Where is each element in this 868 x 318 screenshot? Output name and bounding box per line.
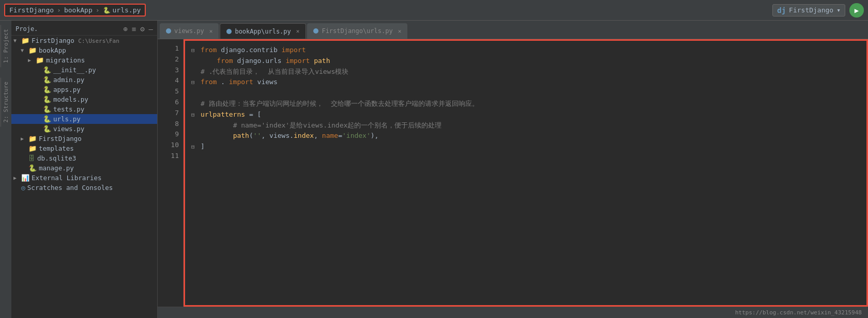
code-line-3: # .代表当前目录， 从当前目录导入views模块 — [191, 67, 860, 77]
py-file-icon: 🐍 — [43, 86, 51, 93]
tree-item-ext-libs[interactable]: ▶ 📊 External Libraries — [11, 173, 157, 183]
tree-label-firstdjango-sub: FirstDjango — [39, 135, 82, 142]
tab-close-firstdjango[interactable]: ✕ — [398, 28, 402, 35]
fold-marker[interactable]: ⊟ — [191, 142, 199, 152]
tree-label-migrations: migrations — [46, 56, 85, 64]
py-file-icon: 🐍 — [43, 76, 51, 84]
tab-label-views: views.py — [174, 27, 204, 35]
tree-item-templates[interactable]: 📁 templates — [11, 144, 157, 153]
scratch-icon: ◎ — [21, 184, 25, 192]
list-icon[interactable]: ≡ — [132, 25, 136, 33]
tree-label-db-sqlite: db.sqlite3 — [37, 154, 76, 162]
tabs-bar: views.py ✕ bookApp\urls.py ✕ FirstDjango… — [158, 21, 868, 39]
code-editor: 1 2 3 4 5 6 7 8 9 10 11 ⊟ from django.co… — [158, 39, 868, 307]
tab-views[interactable]: views.py ✕ — [160, 23, 219, 39]
tree-label-tests: tests.py — [53, 105, 84, 113]
sidebar-header-icons: ⊕ ≡ ⚙ — — [123, 25, 153, 33]
tab-label-firstdjango-urls: FirstDjango\urls.py — [322, 27, 392, 35]
tree-item-urls[interactable]: 🐍 urls.py — [11, 114, 157, 124]
status-url: https://blog.csdn.net/weixin_43215948 — [735, 309, 862, 316]
tree-item-models[interactable]: 🐍 models.py — [11, 94, 157, 104]
status-bar: https://blog.csdn.net/weixin_43215948 — [158, 307, 868, 318]
code-line-6: # 路由处理：当客户端访问网址的时候， 交给哪一个函数去处理客户端的请求并返回响… — [191, 99, 860, 109]
tab-close-views[interactable]: ✕ — [209, 28, 213, 35]
editor-area: views.py ✕ bookApp\urls.py ✕ FirstDjango… — [158, 21, 868, 318]
folder-icon: 📁 — [28, 46, 37, 54]
breadcrumb-file-icon: 🐍 — [103, 7, 111, 14]
breadcrumb-part-2: bookApp — [64, 6, 93, 14]
code-content[interactable]: ⊟ from django.contrib import from django… — [184, 39, 868, 307]
tree-label-bookapp: bookApp — [39, 46, 66, 54]
tab-bookapp-urls[interactable]: bookApp\urls.py ✕ — [220, 23, 306, 39]
tree-item-views[interactable]: 🐍 views.py — [11, 124, 157, 134]
code-line-2: from django.urls import path — [191, 56, 860, 67]
fold-marker[interactable]: ⊟ — [191, 46, 199, 55]
tree-item-firstdjango-sub[interactable]: ▶ 📁 FirstDjango — [11, 134, 157, 144]
tree-label-apps: apps.py — [53, 86, 81, 93]
minimize-icon[interactable]: — — [149, 25, 153, 33]
arrow-icon: ▼ — [21, 47, 27, 53]
breadcrumb-sep-2: › — [96, 6, 100, 14]
tab-close-bookapp[interactable]: ✕ — [296, 28, 300, 35]
breadcrumb-sep-1: › — [57, 6, 61, 14]
dj-logo: dj — [777, 6, 786, 14]
tree-label-templates: templates — [39, 145, 74, 152]
py-file-icon: 🐍 — [43, 66, 51, 74]
tree-item-bookapp[interactable]: ▼ 📁 bookApp — [11, 45, 157, 55]
tree-label-scratches: Scratches and Consoles — [27, 184, 113, 192]
arrow-icon: ▶ — [13, 175, 20, 181]
code-line-4: ⊟ from . import views — [191, 77, 860, 88]
code-line-10: ⊟ ] — [191, 141, 860, 152]
tree-item-tests[interactable]: 🐍 tests.py — [11, 104, 157, 114]
tab-firstdjango-urls[interactable]: FirstDjango\urls.py ✕ C:\Users\Fan\Deskt… — [307, 23, 407, 39]
py-file-icon: 🐍 — [28, 164, 37, 172]
tree-label-admin: admin.py — [53, 76, 84, 84]
tree-item-db-sqlite[interactable]: 🗄 db.sqlite3 — [11, 153, 157, 163]
code-line-7: ⊟ urlpatterns = [ — [191, 109, 860, 120]
sidebar-edge-tabs: 1: Project 2: Structure — [0, 21, 11, 318]
dropdown-arrow-icon: ▾ — [836, 6, 841, 14]
sidebar-header-left: Proje. — [16, 25, 38, 33]
fold-marker[interactable]: ⊟ — [191, 78, 199, 87]
tree-item-admin[interactable]: 🐍 admin.py — [11, 75, 157, 85]
tree-item-migrations[interactable]: ▶ 📁 migrations — [11, 55, 157, 65]
top-bar: FirstDjango › bookApp › 🐍 urls.py dj Fir… — [0, 0, 868, 21]
code-line-9: path('', views.index, name='index'), — [191, 131, 860, 141]
code-line-8: # name='index'是给views.index起的一个别名，便于后续的处… — [191, 120, 860, 131]
project-selector[interactable]: dj FirstDjango ▾ — [772, 4, 845, 17]
folder-closed-icon: 📁 — [36, 56, 44, 64]
tree-item-init[interactable]: 🐍 __init__.py — [11, 65, 157, 75]
tree-item-apps[interactable]: 🐍 apps.py — [11, 85, 157, 94]
tree-label-firstdjango-root: FirstDjango C:\Users\Fan — [32, 37, 119, 44]
py-dot-icon — [313, 28, 318, 34]
sidebar-tab-structure[interactable]: 2: Structure — [1, 77, 11, 126]
breadcrumb-part-1: FirstDjango — [9, 6, 54, 14]
add-icon[interactable]: ⊕ — [123, 25, 127, 33]
code-line-1: ⊟ from django.contrib import — [191, 45, 860, 56]
folder-open-icon: 📁 — [21, 37, 29, 44]
settings-icon[interactable]: ⚙ — [140, 25, 144, 33]
tree-item-manage[interactable]: 🐍 manage.py — [11, 163, 157, 173]
sidebar: 1: Project 2: Structure Proje. ⊕ ≡ ⚙ — ▼ — [0, 21, 158, 318]
tree-label-views: views.py — [53, 125, 84, 133]
sidebar-project-label: Proje. — [16, 25, 38, 33]
line-numbers: 1 2 3 4 5 6 7 8 9 10 11 — [158, 39, 184, 307]
folder-icon: 📁 — [28, 145, 37, 152]
top-right-controls: dj FirstDjango ▾ ▶ — [772, 3, 864, 18]
folder-closed-icon: 📁 — [28, 135, 37, 142]
sidebar-file-tree: Proje. ⊕ ≡ ⚙ — ▼ 📁 FirstDjango C:\Users\… — [11, 21, 157, 318]
arrow-icon: ▼ — [13, 38, 20, 43]
tree-item-firstdjango-root[interactable]: ▼ 📁 FirstDjango C:\Users\Fan — [11, 36, 157, 45]
db-file-icon: 🗄 — [28, 154, 35, 162]
tree-label-init: __init__.py — [53, 66, 96, 74]
py-dot-icon — [166, 28, 171, 34]
arrow-icon: ▶ — [28, 57, 34, 63]
tree-item-scratches[interactable]: ◎ Scratches and Consoles — [11, 183, 157, 193]
code-line-11 — [191, 152, 860, 163]
run-button[interactable]: ▶ — [849, 3, 864, 18]
sidebar-tab-project[interactable]: 1: Project — [1, 25, 11, 67]
py-file-icon: 🐍 — [43, 125, 51, 133]
fold-marker[interactable]: ⊟ — [191, 110, 199, 120]
py-file-icon: 🐍 — [43, 96, 51, 103]
tree-label-manage: manage.py — [39, 164, 74, 172]
